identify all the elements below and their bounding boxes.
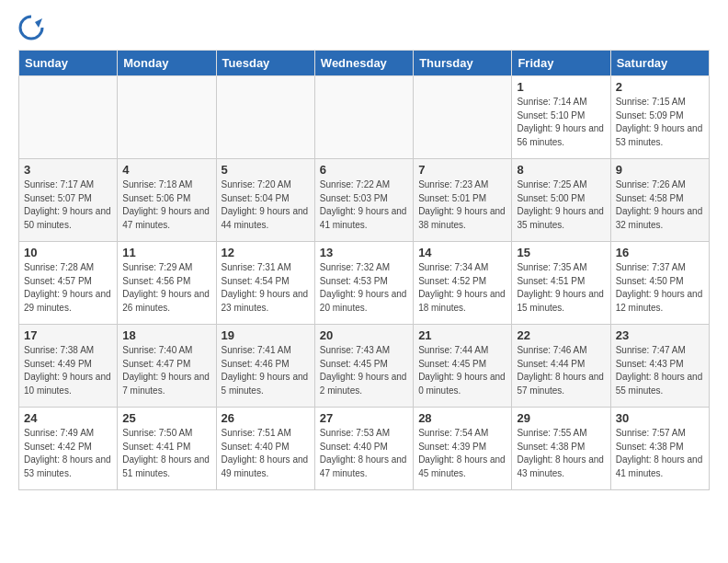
calendar-cell: 25Sunrise: 7:50 AM Sunset: 4:41 PM Dayli… (118, 408, 216, 490)
calendar-cell (118, 76, 216, 159)
calendar-cell: 22Sunrise: 7:46 AM Sunset: 4:44 PM Dayli… (512, 325, 610, 408)
day-number: 25 (122, 411, 210, 425)
header (18, 15, 710, 40)
weekday-saturday: Saturday (610, 51, 709, 76)
day-info: Sunrise: 7:35 AM Sunset: 4:51 PM Dayligh… (517, 261, 605, 315)
calendar-cell: 27Sunrise: 7:53 AM Sunset: 4:40 PM Dayli… (314, 408, 413, 490)
calendar-cell: 5Sunrise: 7:20 AM Sunset: 5:04 PM Daylig… (216, 159, 314, 242)
day-number: 11 (122, 246, 210, 259)
weekday-wednesday: Wednesday (314, 51, 413, 76)
day-info: Sunrise: 7:50 AM Sunset: 4:41 PM Dayligh… (122, 427, 210, 480)
calendar-cell: 28Sunrise: 7:54 AM Sunset: 4:39 PM Dayli… (414, 408, 512, 490)
calendar-cell: 9Sunrise: 7:26 AM Sunset: 4:58 PM Daylig… (610, 159, 709, 242)
page: SundayMondayTuesdayWednesdayThursdayFrid… (0, 0, 728, 505)
calendar-cell: 14Sunrise: 7:34 AM Sunset: 4:52 PM Dayli… (414, 242, 512, 325)
day-info: Sunrise: 7:28 AM Sunset: 4:57 PM Dayligh… (24, 261, 112, 315)
day-info: Sunrise: 7:55 AM Sunset: 4:38 PM Dayligh… (517, 427, 605, 480)
day-info: Sunrise: 7:44 AM Sunset: 4:45 PM Dayligh… (418, 344, 506, 397)
week-row-1: 1Sunrise: 7:14 AM Sunset: 5:10 PM Daylig… (19, 76, 710, 159)
day-number: 29 (517, 411, 605, 425)
day-number: 7 (418, 163, 506, 177)
calendar-cell: 8Sunrise: 7:25 AM Sunset: 5:00 PM Daylig… (512, 159, 610, 242)
day-number: 10 (24, 246, 112, 259)
week-row-3: 10Sunrise: 7:28 AM Sunset: 4:57 PM Dayli… (19, 242, 710, 325)
day-number: 5 (222, 163, 310, 177)
day-info: Sunrise: 7:51 AM Sunset: 4:40 PM Dayligh… (222, 427, 310, 480)
weekday-header-row: SundayMondayTuesdayWednesdayThursdayFrid… (19, 51, 710, 76)
day-number: 26 (222, 411, 310, 425)
day-info: Sunrise: 7:47 AM Sunset: 4:43 PM Dayligh… (616, 344, 704, 397)
weekday-sunday: Sunday (19, 51, 118, 76)
day-number: 13 (320, 246, 408, 259)
calendar-cell: 30Sunrise: 7:57 AM Sunset: 4:38 PM Dayli… (610, 408, 709, 490)
calendar-cell: 12Sunrise: 7:31 AM Sunset: 4:54 PM Dayli… (216, 242, 314, 325)
calendar-cell: 11Sunrise: 7:29 AM Sunset: 4:56 PM Dayli… (118, 242, 216, 325)
calendar-cell: 10Sunrise: 7:28 AM Sunset: 4:57 PM Dayli… (19, 242, 118, 325)
day-info: Sunrise: 7:40 AM Sunset: 4:47 PM Dayligh… (122, 344, 210, 397)
day-number: 8 (517, 163, 605, 177)
calendar-cell: 26Sunrise: 7:51 AM Sunset: 4:40 PM Dayli… (216, 408, 314, 490)
weekday-thursday: Thursday (414, 51, 512, 76)
day-info: Sunrise: 7:14 AM Sunset: 5:10 PM Dayligh… (517, 96, 605, 149)
day-info: Sunrise: 7:37 AM Sunset: 4:50 PM Dayligh… (616, 261, 704, 315)
day-info: Sunrise: 7:34 AM Sunset: 4:52 PM Dayligh… (418, 261, 506, 315)
day-info: Sunrise: 7:25 AM Sunset: 5:00 PM Dayligh… (517, 178, 605, 232)
calendar-cell: 6Sunrise: 7:22 AM Sunset: 5:03 PM Daylig… (314, 159, 413, 242)
day-number: 27 (320, 411, 408, 425)
day-info: Sunrise: 7:46 AM Sunset: 4:44 PM Dayligh… (517, 344, 605, 397)
day-number: 18 (122, 328, 210, 342)
calendar-cell: 23Sunrise: 7:47 AM Sunset: 4:43 PM Dayli… (610, 325, 709, 408)
weekday-friday: Friday (512, 51, 610, 76)
day-number: 28 (418, 411, 506, 425)
logo (18, 15, 48, 40)
day-info: Sunrise: 7:22 AM Sunset: 5:03 PM Dayligh… (320, 178, 408, 232)
logo-icon (18, 15, 44, 40)
day-number: 15 (517, 246, 605, 259)
calendar-cell: 18Sunrise: 7:40 AM Sunset: 4:47 PM Dayli… (118, 325, 216, 408)
calendar-cell: 29Sunrise: 7:55 AM Sunset: 4:38 PM Dayli… (512, 408, 610, 490)
day-number: 4 (122, 163, 210, 177)
calendar-cell: 1Sunrise: 7:14 AM Sunset: 5:10 PM Daylig… (512, 76, 610, 159)
day-info: Sunrise: 7:41 AM Sunset: 4:46 PM Dayligh… (222, 344, 310, 397)
day-info: Sunrise: 7:15 AM Sunset: 5:09 PM Dayligh… (616, 96, 704, 149)
calendar-cell: 3Sunrise: 7:17 AM Sunset: 5:07 PM Daylig… (19, 159, 118, 242)
week-row-2: 3Sunrise: 7:17 AM Sunset: 5:07 PM Daylig… (19, 159, 710, 242)
calendar-cell: 21Sunrise: 7:44 AM Sunset: 4:45 PM Dayli… (414, 325, 512, 408)
day-number: 6 (320, 163, 408, 177)
day-number: 23 (616, 328, 704, 342)
day-info: Sunrise: 7:23 AM Sunset: 5:01 PM Dayligh… (418, 178, 506, 232)
day-info: Sunrise: 7:53 AM Sunset: 4:40 PM Dayligh… (320, 427, 408, 480)
calendar-cell: 7Sunrise: 7:23 AM Sunset: 5:01 PM Daylig… (414, 159, 512, 242)
calendar-cell: 19Sunrise: 7:41 AM Sunset: 4:46 PM Dayli… (216, 325, 314, 408)
day-info: Sunrise: 7:54 AM Sunset: 4:39 PM Dayligh… (418, 427, 506, 480)
day-number: 22 (517, 328, 605, 342)
day-info: Sunrise: 7:18 AM Sunset: 5:06 PM Dayligh… (122, 178, 210, 232)
day-info: Sunrise: 7:32 AM Sunset: 4:53 PM Dayligh… (320, 261, 408, 315)
week-row-5: 24Sunrise: 7:49 AM Sunset: 4:42 PM Dayli… (19, 408, 710, 490)
calendar-cell: 13Sunrise: 7:32 AM Sunset: 4:53 PM Dayli… (314, 242, 413, 325)
day-number: 3 (24, 163, 112, 177)
day-info: Sunrise: 7:26 AM Sunset: 4:58 PM Dayligh… (616, 178, 704, 232)
calendar-table: SundayMondayTuesdayWednesdayThursdayFrid… (18, 50, 710, 490)
calendar-cell: 17Sunrise: 7:38 AM Sunset: 4:49 PM Dayli… (19, 325, 118, 408)
week-row-4: 17Sunrise: 7:38 AM Sunset: 4:49 PM Dayli… (19, 325, 710, 408)
day-info: Sunrise: 7:57 AM Sunset: 4:38 PM Dayligh… (616, 427, 704, 480)
calendar-cell (216, 76, 314, 159)
day-number: 14 (418, 246, 506, 259)
calendar-cell (314, 76, 413, 159)
weekday-monday: Monday (118, 51, 216, 76)
day-info: Sunrise: 7:29 AM Sunset: 4:56 PM Dayligh… (122, 261, 210, 315)
day-info: Sunrise: 7:31 AM Sunset: 4:54 PM Dayligh… (222, 261, 310, 315)
day-number: 2 (616, 80, 704, 94)
day-number: 20 (320, 328, 408, 342)
day-info: Sunrise: 7:20 AM Sunset: 5:04 PM Dayligh… (222, 178, 310, 232)
day-number: 17 (24, 328, 112, 342)
day-number: 24 (24, 411, 112, 425)
calendar-cell: 15Sunrise: 7:35 AM Sunset: 4:51 PM Dayli… (512, 242, 610, 325)
calendar-cell (414, 76, 512, 159)
calendar-cell: 24Sunrise: 7:49 AM Sunset: 4:42 PM Dayli… (19, 408, 118, 490)
calendar-cell: 20Sunrise: 7:43 AM Sunset: 4:45 PM Dayli… (314, 325, 413, 408)
day-number: 19 (222, 328, 310, 342)
calendar-cell (19, 76, 118, 159)
day-number: 21 (418, 328, 506, 342)
